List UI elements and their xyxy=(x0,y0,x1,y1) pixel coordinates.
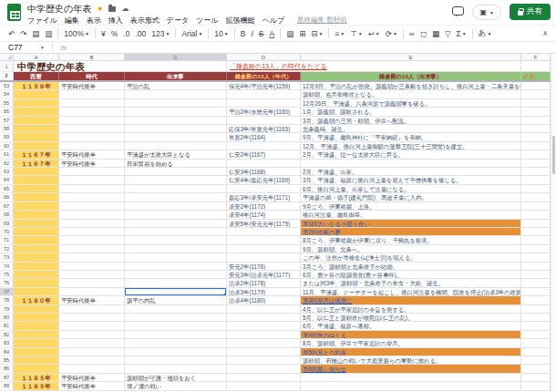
cell-d84[interactable] xyxy=(227,348,301,356)
currency-format-icon[interactable]: ¥ xyxy=(101,29,106,38)
row-number[interactable]: 83 xyxy=(0,339,14,347)
cell-e73[interactable]: この年、法然が専修念仏(浄土宗)を唱える。 xyxy=(301,253,521,262)
cell-c76[interactable] xyxy=(125,279,227,287)
cell-c74[interactable] xyxy=(125,263,227,271)
insert-link-icon[interactable]: ∞ xyxy=(409,29,415,38)
cell-a53[interactable]: １１５９年 xyxy=(14,82,59,90)
cell-f70[interactable] xyxy=(521,228,551,236)
cell-c88[interactable]: 壇ノ浦の戦い xyxy=(125,382,227,390)
cell-e86[interactable]: 第6回悪い知らせ xyxy=(301,365,521,373)
cell-b87[interactable]: 平安時代後半 xyxy=(59,374,125,382)
cell-b60[interactable] xyxy=(59,142,125,150)
cell-f87[interactable] xyxy=(521,374,551,382)
cell-c59[interactable] xyxy=(125,133,227,141)
cell-e76[interactable]: または同3年、源頼朝・北条政子の長女・大姫、誕生。 xyxy=(301,279,521,287)
cell-f80[interactable] xyxy=(521,314,551,322)
cell-e82[interactable]: 第4回矢のゆくえ xyxy=(301,331,521,339)
row-number[interactable]: 85 xyxy=(0,356,14,365)
row-number[interactable]: 68 xyxy=(0,211,14,219)
cell-f69[interactable] xyxy=(521,220,551,228)
cell-d76[interactable]: 治承2年(1178) xyxy=(227,279,301,287)
cell-c66[interactable] xyxy=(125,193,227,201)
strikethrough-button[interactable]: S xyxy=(259,29,264,38)
cell-c61[interactable]: 平清盛が太政大臣となる xyxy=(125,150,227,159)
cell-b61[interactable]: 平安時代後半 xyxy=(59,150,125,159)
cell-d57[interactable] xyxy=(227,117,301,125)
cell-e60[interactable]: 12月、平清盛、後白河上皇御願の蓮華王院(三十三間堂)を建立。 xyxy=(301,142,521,150)
header-year[interactable]: 西暦 xyxy=(14,72,59,80)
text-color-button[interactable]: A xyxy=(269,29,274,38)
cell-e71[interactable]: 8月ごろ、伊東祐親が伊東に戻り、千鶴丸を殺害。 xyxy=(301,236,521,244)
decrease-decimal-icon[interactable]: .0 xyxy=(123,29,129,38)
row-number[interactable]: 82 xyxy=(0,331,14,339)
cell-f85[interactable] xyxy=(521,356,551,365)
cell-c85[interactable] xyxy=(125,356,227,365)
cell-c82[interactable] xyxy=(125,331,227,339)
cell-d67[interactable]: 承安2年(1172) xyxy=(227,202,301,211)
cell-b64[interactable] xyxy=(59,176,125,184)
last-edit-status[interactable]: 最終編集 数秒前 xyxy=(297,15,347,25)
cell-f83[interactable] xyxy=(521,339,551,347)
row-number[interactable]: 56 xyxy=(0,108,14,116)
empty-cell[interactable] xyxy=(521,61,551,72)
row-number[interactable]: 78 xyxy=(0,296,14,304)
cell-e68[interactable]: 後白河法皇、厳島御幸。 xyxy=(301,211,521,219)
move-folder-icon[interactable] xyxy=(108,6,116,12)
column-header-C[interactable]: C xyxy=(125,54,227,60)
share-button[interactable]: 共有 xyxy=(510,4,551,20)
cell-f64[interactable] xyxy=(521,176,551,184)
header-era[interactable]: 時代 xyxy=(59,72,125,80)
cell-f56[interactable] xyxy=(521,108,551,116)
cell-a84[interactable] xyxy=(14,348,59,356)
paint-format-icon[interactable]: ▥ xyxy=(45,29,52,38)
cell-d78[interactable]: 治承4年(1180) xyxy=(227,296,301,304)
cell-f58[interactable] xyxy=(521,125,551,133)
cell-e53[interactable]: 12月9日、平治の乱が勃発。源義朝が三条殿を焼き討ちし、後白河上皇・二条天皇を幽… xyxy=(301,82,521,90)
row-number[interactable]: 79 xyxy=(0,305,14,314)
cell-a74[interactable] xyxy=(14,263,59,271)
cell-f74[interactable] xyxy=(521,263,551,271)
cell-c68[interactable] xyxy=(125,211,227,219)
cell-e74[interactable]: 3月ごろ、源頼朝と北条政子が結婚。 xyxy=(301,263,521,271)
cell-a82[interactable] xyxy=(14,331,59,339)
menu-挿入[interactable]: 挿入 xyxy=(108,15,123,26)
cell-f81[interactable] xyxy=(521,322,551,330)
cell-d72[interactable] xyxy=(227,245,301,253)
cell-e54[interactable]: 源頼朝、右兵衛権佐となる。 xyxy=(301,90,521,98)
cell-b57[interactable] xyxy=(59,117,125,125)
cell-a87[interactable]: １１８５年 xyxy=(14,374,59,382)
cell-b71[interactable] xyxy=(59,236,125,244)
scrollbar-thumb[interactable] xyxy=(552,136,555,174)
row-number[interactable]: 65 xyxy=(0,185,14,193)
cell-d74[interactable]: 安元2年(1176) xyxy=(227,263,301,271)
fill-color-icon[interactable]: ▨ xyxy=(286,29,293,38)
row-number[interactable]: 75 xyxy=(0,271,14,279)
cell-c69[interactable] xyxy=(125,220,227,228)
italic-button[interactable]: I xyxy=(251,29,252,38)
cell-b88[interactable]: 平安時代後半 xyxy=(59,382,125,390)
column-header-F[interactable]: F xyxy=(521,54,551,60)
cell-e72[interactable]: 9月、源頼朝、北条へ。 xyxy=(301,245,521,253)
cell-f77[interactable] xyxy=(521,288,551,296)
row-number[interactable]: 77 xyxy=(0,288,14,296)
menu-表示形式[interactable]: 表示形式 xyxy=(130,15,160,26)
cell-e69[interactable]: 第1回大いなる小競り合い xyxy=(301,220,521,228)
cell-b67[interactable] xyxy=(59,202,125,211)
cell-d55[interactable] xyxy=(227,99,301,108)
cell-f84[interactable] xyxy=(521,348,551,356)
functions-icon[interactable]: Σ▼ xyxy=(457,29,467,38)
cell-a88[interactable]: １１８５年 xyxy=(14,382,59,390)
cell-f86[interactable] xyxy=(521,365,551,373)
cell-b65[interactable] xyxy=(59,185,125,193)
cell-d79[interactable] xyxy=(227,305,301,314)
cell-d73[interactable] xyxy=(227,253,301,262)
cell-f67[interactable] xyxy=(521,202,551,211)
cell-a65[interactable] xyxy=(14,185,59,193)
cell-a75[interactable] xyxy=(14,271,59,279)
cell-b72[interactable] xyxy=(59,245,125,253)
cell-e87[interactable] xyxy=(301,374,521,382)
cell-c72[interactable] xyxy=(125,245,227,253)
cell-d62[interactable] xyxy=(227,160,301,168)
row-number[interactable]: 70 xyxy=(0,228,14,236)
cell-a67[interactable] xyxy=(14,202,59,211)
